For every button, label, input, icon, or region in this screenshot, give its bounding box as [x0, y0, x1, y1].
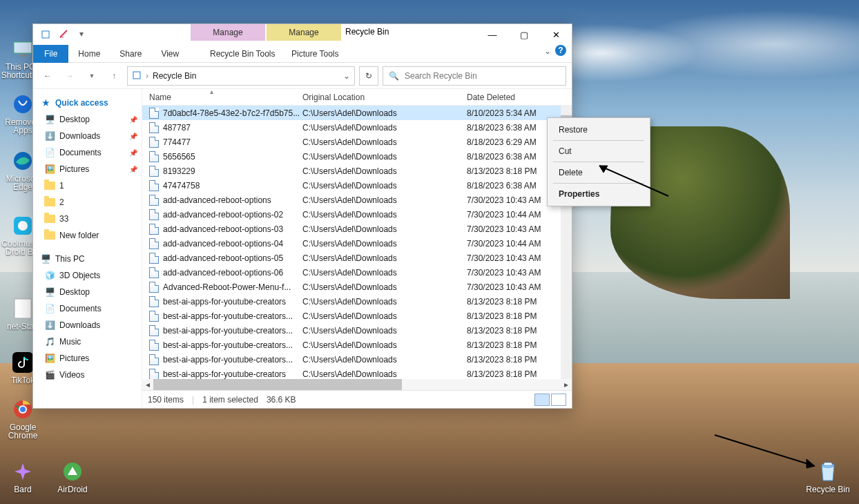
scroll-left-icon[interactable]: ◂: [142, 379, 153, 390]
maximize-button[interactable]: ▢: [508, 24, 540, 45]
nav-pictures[interactable]: 🖼️Pictures📌: [33, 161, 142, 177]
file-icon: [149, 122, 159, 133]
file-row[interactable]: best-ai-apps-for-youtube-creators...C:\U…: [142, 323, 572, 338]
view-details-button[interactable]: [534, 394, 550, 406]
desktop-icon-airdroid[interactable]: AirDroid: [50, 447, 95, 497]
nav-3d-objects[interactable]: 🧊3D Objects: [33, 267, 142, 284]
file-icon: [149, 224, 159, 235]
col-name[interactable]: Name: [149, 93, 302, 102]
file-row[interactable]: add-advanced-reboot-options-03C:\Users\A…: [142, 222, 572, 236]
ctx-restore[interactable]: Restore: [548, 121, 650, 139]
nav-folder[interactable]: 33: [33, 211, 142, 227]
help-icon[interactable]: ?: [555, 45, 566, 56]
nav-downloads[interactable]: ⬇️Downloads: [33, 317, 142, 333]
file-row[interactable]: best-ai-apps-for-youtube-creatorsC:\User…: [142, 367, 572, 379]
file-row[interactable]: add-advanced-reboot-options-02C:\Users\A…: [142, 207, 572, 222]
navigation-pane[interactable]: ★Quick access 🖥️Desktop📌⬇️Downloads📌📄Doc…: [33, 89, 142, 408]
context-tab-recycle-tools[interactable]: Manage: [191, 24, 265, 41]
file-row[interactable]: Advanced-Reboot-Power-Menu-f...C:\Users\…: [142, 280, 572, 294]
ribbon-recycle-bin-tools[interactable]: Recycle Bin Tools: [200, 45, 285, 63]
horizontal-scrollbar[interactable]: ◂ ▸: [142, 379, 572, 390]
svg-point-12: [20, 407, 26, 412]
pin-icon: 📌: [129, 133, 137, 140]
file-icon: [149, 209, 159, 220]
desktop-icon-bard[interactable]: Bard: [0, 447, 46, 497]
star-icon: ★: [40, 97, 51, 108]
file-row[interactable]: add-advanced-reboot-options-06C:\Users\A…: [142, 265, 572, 280]
svg-rect-7: [15, 299, 31, 318]
file-row[interactable]: 5656565C:\Users\Adel\Downloads8/18/2023 …: [142, 149, 572, 164]
ribbon-share[interactable]: Share: [110, 45, 151, 63]
file-row[interactable]: best-ai-apps-for-youtube-creatorsC:\User…: [142, 294, 572, 309]
nav-music[interactable]: 🎵Music: [33, 333, 142, 350]
svg-point-6: [18, 221, 28, 231]
ribbon-view[interactable]: View: [151, 45, 189, 63]
nav-pictures[interactable]: 🖼️Pictures: [33, 350, 142, 367]
nav-up-button[interactable]: ↑: [105, 67, 123, 85]
nav-videos[interactable]: 🎬Videos: [33, 367, 142, 383]
col-date[interactable]: Date Deleted: [467, 93, 572, 102]
svg-rect-2: [19, 55, 26, 57]
nav-documents[interactable]: 📄Documents: [33, 300, 142, 317]
context-tab-picture-tools[interactable]: Manage: [267, 24, 341, 41]
breadcrumb-current[interactable]: Recycle Bin: [153, 71, 196, 81]
ctx-cut[interactable]: Cut: [548, 142, 650, 160]
search-icon: 🔍: [389, 71, 399, 81]
file-row[interactable]: 7d0abcf4-78e5-43e2-b7c2-f7d5b75...C:\Use…: [142, 106, 572, 120]
titlebar: ▾ Manage Manage Recycle Bin — ▢ ✕ File H…: [33, 24, 572, 63]
file-row[interactable]: best-ai-apps-for-youtube-creators...C:\U…: [142, 338, 572, 352]
ribbon-picture-tools[interactable]: Picture Tools: [282, 45, 348, 63]
nav-folder[interactable]: 1: [33, 177, 142, 194]
nav-forward-button[interactable]: →: [61, 67, 79, 85]
status-item-count: 150 items: [148, 395, 184, 405]
file-row[interactable]: 8193229C:\Users\Adel\Downloads8/13/2023 …: [142, 164, 572, 178]
nav-downloads[interactable]: ⬇️Downloads📌: [33, 128, 142, 144]
breadcrumb-bar[interactable]: › Recycle Bin ⌄: [127, 66, 355, 86]
quick-access[interactable]: ★Quick access: [33, 95, 142, 111]
file-row[interactable]: 47474758C:\Users\Adel\Downloads8/18/2023…: [142, 178, 572, 193]
file-icon: [149, 354, 159, 365]
file-icon: [149, 238, 159, 249]
file-icon: [149, 180, 159, 191]
file-icon: [149, 282, 159, 293]
scroll-right-icon[interactable]: ▸: [561, 379, 572, 390]
nav-folder[interactable]: New folder: [33, 227, 142, 244]
annotation-arrow: [592, 162, 675, 203]
ribbon-home[interactable]: Home: [68, 45, 110, 63]
nav-desktop[interactable]: 🖥️Desktop📌: [33, 111, 142, 128]
folder-icon: [44, 180, 55, 191]
breadcrumb-dropdown-icon[interactable]: ⌄: [343, 71, 350, 81]
file-row[interactable]: best-ai-apps-for-youtube-creators...C:\U…: [142, 352, 572, 367]
this-pc[interactable]: 🖥️This PC: [33, 251, 142, 267]
close-button[interactable]: ✕: [540, 24, 572, 45]
search-input[interactable]: 🔍 Search Recycle Bin: [383, 66, 566, 86]
nav-back-button[interactable]: ←: [39, 67, 57, 85]
nav-documents[interactable]: 📄Documents📌: [33, 144, 142, 161]
ribbon-file[interactable]: File: [33, 45, 68, 63]
nav-recent-dropdown[interactable]: ▼: [83, 67, 101, 85]
address-bar: ← → ▼ ↑ › Recycle Bin ⌄ ↻ 🔍 Search Recyc…: [33, 63, 572, 89]
sort-indicator-icon: ▴: [210, 88, 213, 95]
scrollbar-thumb[interactable]: [153, 379, 402, 390]
qat-properties-icon[interactable]: [57, 27, 70, 41]
file-row[interactable]: 774477C:\Users\Adel\Downloads8/18/2023 6…: [142, 135, 572, 149]
qat-dropdown-icon[interactable]: ▾: [75, 27, 88, 41]
pin-icon: 📌: [129, 149, 137, 157]
file-row[interactable]: 487787C:\Users\Adel\Downloads8/18/2023 6…: [142, 120, 572, 135]
ribbon-collapse-icon[interactable]: ⌄: [544, 46, 551, 56]
view-large-icons-button[interactable]: [551, 394, 566, 406]
nav-desktop[interactable]: 🖥️Desktop: [33, 284, 142, 300]
file-row[interactable]: add-advanced-reboot-options-04C:\Users\A…: [142, 236, 572, 251]
minimize-button[interactable]: —: [476, 24, 508, 45]
file-row[interactable]: best-ai-apps-for-youtube-creators...C:\U…: [142, 309, 572, 323]
file-icon: [149, 340, 159, 351]
column-headers[interactable]: Name Original Location Date Deleted ▴: [142, 89, 572, 106]
col-location[interactable]: Original Location: [302, 93, 467, 102]
file-row[interactable]: add-advanced-reboot-optionsC:\Users\Adel…: [142, 193, 572, 207]
recycle-bin-icon: [39, 27, 52, 41]
recycle-bin-icon: [132, 70, 142, 81]
file-row[interactable]: add-advanced-reboot-options-05C:\Users\A…: [142, 251, 572, 265]
folder-icon: [44, 197, 55, 208]
nav-folder[interactable]: 2: [33, 194, 142, 211]
refresh-button[interactable]: ↻: [359, 66, 378, 86]
